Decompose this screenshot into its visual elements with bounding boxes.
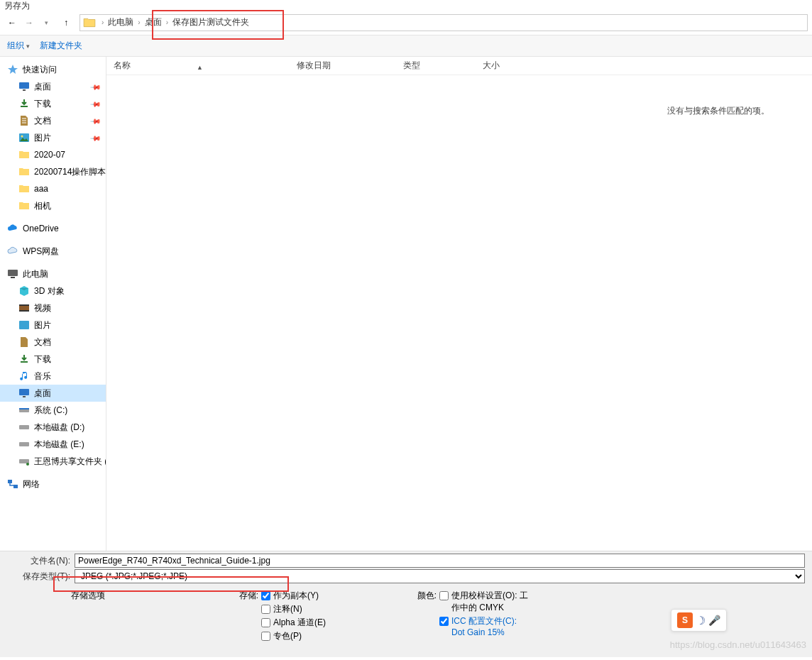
drive-icon — [18, 405, 30, 416]
sidebar-item-netdrive[interactable]: 王恩博共享文件夹 ( — [0, 453, 106, 470]
filename-input[interactable] — [75, 554, 805, 568]
nav-forward-button[interactable]: → — [21, 15, 37, 31]
picture-icon — [18, 319, 30, 331]
network-icon — [7, 478, 18, 490]
label: 2020-07 — [34, 150, 65, 160]
sidebar-network[interactable]: 网络 — [0, 475, 106, 493]
chevron-right-icon: › — [163, 18, 171, 26]
sidebar-item-3d[interactable]: 3D 对象 — [0, 282, 106, 299]
ime-toolbar[interactable]: S ☽ 🎤 — [671, 609, 727, 632]
sidebar-onedrive[interactable]: OneDrive — [0, 220, 106, 237]
svg-rect-18 — [19, 442, 29, 446]
address-bar[interactable]: › 此电脑 › 桌面 › 保存图片测试文件夹 — [79, 14, 808, 31]
filetype-label: 保存类型(T): — [7, 571, 75, 583]
sidebar-item-documents[interactable]: 文档 — [0, 334, 106, 351]
folder-icon — [18, 200, 30, 211]
breadcrumb-pc[interactable]: 此电脑 — [106, 16, 135, 28]
svg-rect-12 — [21, 361, 28, 363]
checkbox-spot[interactable]: 专色(P) — [261, 630, 326, 642]
label: OneDrive — [23, 224, 59, 233]
svg-rect-10 — [19, 310, 29, 312]
save-sublabel: 存储: — [219, 590, 261, 642]
sidebar-item-videos[interactable]: 视频 — [0, 299, 106, 317]
svg-rect-16 — [19, 408, 29, 409]
empty-message: 没有与搜索条件匹配的项。 — [106, 75, 812, 117]
column-type[interactable]: 类型 — [396, 60, 476, 72]
pin-icon: 📌 — [90, 81, 102, 92]
folder-icon — [18, 149, 30, 160]
label: 下载 — [34, 353, 51, 365]
mic-icon[interactable]: 🎤 — [708, 615, 720, 626]
filename-label: 文件名(N): — [7, 555, 75, 567]
label: 文档 — [34, 115, 51, 127]
sidebar-item-downloads[interactable]: 下载 📌 — [0, 95, 106, 112]
sidebar-item-desktop[interactable]: 桌面 — [0, 385, 106, 402]
main-area: 快速访问 桌面 📌 下载 📌 文档 📌 图片 📌 2020-07 2 — [0, 57, 812, 551]
save-panel: 文件名(N): 保存类型(T): JPEG (*.JPG;*.JPEG;*.JP… — [0, 551, 812, 657]
sidebar-item-drive-e[interactable]: 本地磁盘 (E:) — [0, 436, 106, 453]
nav-recent-dropdown[interactable]: ▾ — [38, 15, 54, 31]
sidebar-item-folder[interactable]: 20200714操作脚本 — [0, 163, 106, 180]
label: 3D 对象 — [34, 285, 65, 297]
label: 系统 (C:) — [34, 405, 67, 417]
breadcrumb-desktop[interactable]: 桌面 — [143, 16, 163, 28]
label: 文档 — [34, 336, 51, 348]
label: 20200714操作脚本 — [34, 166, 106, 178]
folder-icon — [18, 166, 30, 177]
cloud-icon — [7, 223, 18, 234]
sidebar-item-desktop[interactable]: 桌面 📌 — [0, 78, 106, 95]
sidebar-item-pictures[interactable]: 图片 📌 — [0, 129, 106, 146]
svg-rect-17 — [19, 425, 29, 429]
nav-back-button[interactable]: ← — [4, 15, 20, 31]
download-icon — [18, 98, 30, 109]
sidebar-item-drive-d[interactable]: 本地磁盘 (D:) — [0, 419, 106, 436]
label: 桌面 — [34, 81, 51, 93]
checkbox-alpha[interactable]: Alpha 通道(E) — [261, 617, 326, 629]
star-icon — [7, 64, 18, 75]
label: 王恩博共享文件夹 ( — [34, 456, 106, 468]
column-date[interactable]: 修改日期 — [290, 60, 396, 72]
address-bar-row: ← → ▾ ↑ › 此电脑 › 桌面 › 保存图片测试文件夹 — [0, 10, 812, 35]
filetype-select[interactable]: JPEG (*.JPG;*.JPEG;*.JPE) — [75, 569, 805, 583]
breadcrumb-folder[interactable]: 保存图片测试文件夹 — [171, 16, 251, 28]
label: 快速访问 — [23, 64, 57, 76]
sidebar-item-folder[interactable]: aaa — [0, 180, 106, 197]
checkbox-proof[interactable]: 使用校样设置(O): 工作中的 CMYK — [439, 590, 528, 614]
sidebar-item-downloads[interactable]: 下载 — [0, 351, 106, 368]
column-size[interactable]: 大小 — [476, 60, 547, 72]
filename-row: 文件名(N): — [0, 551, 812, 567]
label: aaa — [34, 184, 48, 194]
sidebar-item-drive-c[interactable]: 系统 (C:) — [0, 402, 106, 419]
checkbox-icc[interactable]: ICC 配置文件(C):Dot Gain 15% — [439, 615, 528, 637]
moon-icon[interactable]: ☽ — [696, 614, 706, 627]
ime-logo-icon: S — [677, 612, 693, 628]
label: 相机 — [34, 200, 51, 212]
sidebar-this-pc[interactable]: 此电脑 — [0, 265, 106, 282]
color-option-group: 颜色: 使用校样设置(O): 工作中的 CMYK ICC 配置文件(C):Dot… — [397, 590, 528, 642]
network-drive-icon — [18, 456, 30, 467]
new-folder-button[interactable]: 新建文件夹 — [40, 40, 82, 52]
sidebar-item-folder[interactable]: 相机 — [0, 197, 106, 214]
document-icon — [18, 336, 30, 348]
sidebar-wps[interactable]: WPS网盘 — [0, 243, 106, 260]
sidebar-item-pictures[interactable]: 图片 — [0, 317, 106, 334]
cube-icon — [18, 285, 30, 297]
drive-icon — [18, 439, 30, 450]
svg-rect-14 — [23, 396, 26, 397]
label: 图片 — [34, 132, 51, 144]
chevron-right-icon: › — [99, 18, 106, 26]
sidebar-item-documents[interactable]: 文档 📌 — [0, 112, 106, 129]
label: 桌面 — [34, 387, 51, 400]
nav-up-button[interactable]: ↑ — [58, 15, 74, 31]
column-headers: 名称 修改日期 类型 大小 — [106, 57, 812, 75]
sidebar-quick-access[interactable]: 快速访问 — [0, 61, 106, 78]
chevron-right-icon: › — [135, 18, 143, 26]
sidebar-item-music[interactable]: 音乐 — [0, 368, 106, 385]
pin-icon: 📌 — [90, 98, 102, 109]
organize-button[interactable]: 组织 — [7, 40, 30, 52]
pin-icon: 📌 — [90, 115, 102, 126]
checkbox-comments[interactable]: 注释(N) — [261, 603, 326, 615]
sidebar-item-folder[interactable]: 2020-07 — [0, 146, 106, 163]
checkbox-as-copy[interactable]: 作为副本(Y) — [261, 590, 326, 602]
label: WPS网盘 — [23, 246, 59, 258]
